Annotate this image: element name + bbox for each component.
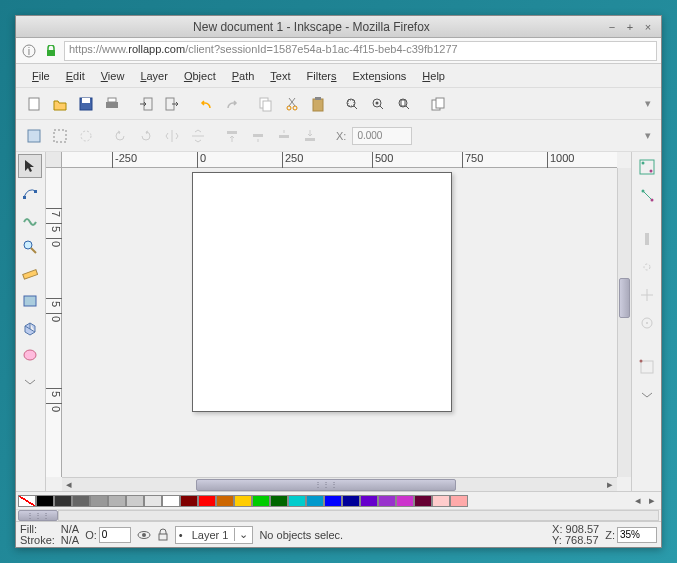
snap-center-button[interactable] xyxy=(636,312,658,334)
color-swatch[interactable] xyxy=(126,495,144,507)
color-swatch[interactable] xyxy=(198,495,216,507)
color-swatch[interactable] xyxy=(234,495,252,507)
color-swatch[interactable] xyxy=(90,495,108,507)
tweak-tool[interactable] xyxy=(18,208,42,232)
canvas-viewport[interactable] xyxy=(62,168,617,477)
menu-view[interactable]: View xyxy=(93,67,133,85)
box3d-tool[interactable] xyxy=(18,316,42,340)
lower-bottom-button[interactable] xyxy=(298,124,322,148)
color-swatch[interactable] xyxy=(432,495,450,507)
color-swatch[interactable] xyxy=(450,495,468,507)
vertical-ruler[interactable]: 7 5 0 5 0 5 0 xyxy=(46,168,62,477)
raise-top-button[interactable] xyxy=(220,124,244,148)
toolbar-overflow[interactable]: ▾ xyxy=(641,97,655,110)
open-button[interactable] xyxy=(48,92,72,116)
undo-button[interactable] xyxy=(194,92,218,116)
url-input[interactable]: https://www.rollapp.com/client?sessionId… xyxy=(64,41,657,61)
zoom-page-button[interactable] xyxy=(392,92,416,116)
duplicate-button[interactable] xyxy=(426,92,450,116)
color-swatch[interactable] xyxy=(306,495,324,507)
measure-tool[interactable] xyxy=(18,262,42,286)
color-swatch[interactable] xyxy=(396,495,414,507)
selector-tool[interactable] xyxy=(18,154,42,178)
close-button[interactable]: × xyxy=(641,20,655,34)
save-button[interactable] xyxy=(74,92,98,116)
horizontal-ruler[interactable]: -250 0 250 500 750 1000 xyxy=(62,152,617,168)
snap-grid-button[interactable] xyxy=(636,356,658,378)
snap-more-button[interactable] xyxy=(636,384,658,406)
raise-button[interactable] xyxy=(246,124,270,148)
ellipse-tool[interactable] xyxy=(18,343,42,367)
snap-intersection-button[interactable] xyxy=(636,284,658,306)
menu-path[interactable]: Path xyxy=(224,67,263,85)
menu-file[interactable]: File xyxy=(24,67,58,85)
snap-enable-button[interactable] xyxy=(636,156,658,178)
color-swatch[interactable] xyxy=(180,495,198,507)
deselect-button[interactable] xyxy=(74,124,98,148)
cut-button[interactable] xyxy=(280,92,304,116)
color-swatch[interactable] xyxy=(414,495,432,507)
layer-lock-icon[interactable] xyxy=(157,528,169,542)
fill-stroke-indicator[interactable]: Fill: Stroke: xyxy=(20,524,55,546)
palette-scroll-left[interactable]: ◂ xyxy=(631,494,645,507)
menu-filters[interactable]: Filters xyxy=(299,67,345,85)
scroll-left-arrow[interactable]: ◂ xyxy=(62,478,76,491)
color-swatch[interactable] xyxy=(162,495,180,507)
zoom-selection-button[interactable] xyxy=(340,92,364,116)
color-swatch[interactable] xyxy=(252,495,270,507)
select-all-button[interactable] xyxy=(48,124,72,148)
rotate-ccw-button[interactable] xyxy=(108,124,132,148)
x-coord-input[interactable] xyxy=(352,127,412,145)
color-swatch[interactable] xyxy=(378,495,396,507)
zoom-input[interactable] xyxy=(617,527,657,543)
flip-v-button[interactable] xyxy=(186,124,210,148)
menu-extensions[interactable]: Extensions xyxy=(345,67,415,85)
controls-overflow[interactable]: ▾ xyxy=(641,129,655,142)
node-tool[interactable] xyxy=(18,181,42,205)
horizontal-scrollbar[interactable]: ◂ ⋮⋮⋮ ▸ xyxy=(62,477,617,491)
layer-selector[interactable]: • Layer 1 ⌄ xyxy=(175,526,254,544)
rectangle-tool[interactable] xyxy=(18,289,42,313)
snap-bbox-button[interactable] xyxy=(636,184,658,206)
scroll-thumb-h[interactable]: ⋮⋮⋮ xyxy=(196,479,456,491)
palette-scroll-thumb[interactable]: ⋮⋮⋮ xyxy=(18,510,58,521)
paste-button[interactable] xyxy=(306,92,330,116)
maximize-button[interactable]: + xyxy=(623,20,637,34)
rotate-cw-button[interactable] xyxy=(134,124,158,148)
menu-layer[interactable]: Layer xyxy=(132,67,176,85)
menu-text[interactable]: Text xyxy=(262,67,298,85)
lower-button[interactable] xyxy=(272,124,296,148)
zoom-drawing-button[interactable] xyxy=(366,92,390,116)
menu-help[interactable]: Help xyxy=(414,67,453,85)
select-all-layers-button[interactable] xyxy=(22,124,46,148)
color-swatch[interactable] xyxy=(216,495,234,507)
color-swatch[interactable] xyxy=(342,495,360,507)
export-button[interactable] xyxy=(160,92,184,116)
scroll-thumb-v[interactable] xyxy=(619,278,630,318)
color-swatch[interactable] xyxy=(36,495,54,507)
snap-node-button[interactable] xyxy=(636,228,658,250)
zoom-tool[interactable] xyxy=(18,235,42,259)
color-swatch[interactable] xyxy=(108,495,126,507)
lock-icon[interactable] xyxy=(42,42,60,60)
scroll-right-arrow[interactable]: ▸ xyxy=(603,478,617,491)
new-document-button[interactable] xyxy=(22,92,46,116)
palette-menu[interactable]: ▸ xyxy=(645,494,659,507)
import-button[interactable] xyxy=(134,92,158,116)
swatch-none[interactable] xyxy=(18,495,36,507)
flip-h-button[interactable] xyxy=(160,124,184,148)
menu-object[interactable]: Object xyxy=(176,67,224,85)
color-swatch[interactable] xyxy=(288,495,306,507)
print-button[interactable] xyxy=(100,92,124,116)
color-swatch[interactable] xyxy=(270,495,288,507)
color-swatch[interactable] xyxy=(72,495,90,507)
minimize-button[interactable]: − xyxy=(605,20,619,34)
info-icon[interactable]: i xyxy=(20,42,38,60)
redo-button[interactable] xyxy=(220,92,244,116)
color-swatch[interactable] xyxy=(324,495,342,507)
vertical-scrollbar[interactable] xyxy=(617,168,631,477)
layer-visibility-icon[interactable] xyxy=(137,528,151,542)
opacity-input[interactable] xyxy=(99,527,131,543)
color-swatch[interactable] xyxy=(144,495,162,507)
menu-edit[interactable]: Edit xyxy=(58,67,93,85)
